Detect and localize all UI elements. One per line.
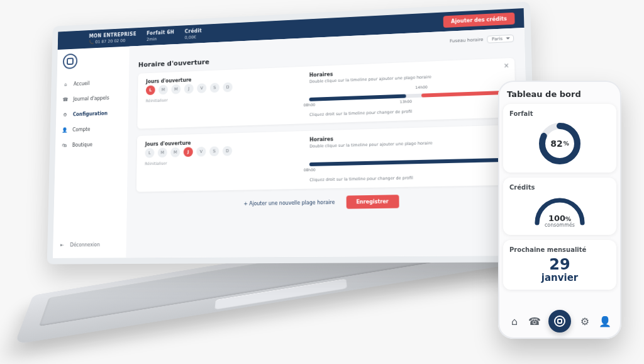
content-area: Fuseau horaire Paris Horaire d'ouverture… [126,28,530,258]
schedule-card: Jours d'ouvertureLMMJVSDRéinitialiserHor… [136,125,518,192]
day-toggle-0[interactable]: L [145,148,154,158]
topbar-credit: Crédit 0,00€ [185,28,202,40]
topbar-plan: Forfait 6H 2min [147,30,174,42]
plan-used: 2min [147,36,174,42]
credits-sub: consommés [531,222,589,228]
sidebar-item-label: Boutique [72,142,92,147]
credits-gauge-chart: 100% consommés [531,195,589,229]
home-icon[interactable]: ⌂ [508,315,521,327]
day-toggle-2[interactable]: M [170,147,180,157]
time-segment[interactable] [309,158,508,166]
tick-label: 13h00 [400,99,412,104]
timeline[interactable]: 08h0019h00 [309,149,508,169]
sidebar: ⌂Accueil☎Journal d'appels⚙Configuration👤… [53,47,130,258]
time-segment[interactable] [421,91,506,98]
forfait-ring-chart: 82% [537,121,582,166]
phone-icon[interactable]: ☎ [528,315,541,327]
nav-icon: ⌂ [62,81,69,88]
topbar-company: MON ENTREPRISE 📞 01 87 20 02 00 [89,31,136,45]
logout-label: Déconnexion [70,242,100,247]
app-root: MON ENTREPRISE 📞 01 87 20 02 00 Forfait … [53,8,530,258]
tick-label: 08h00 [304,102,316,106]
phone-card-forfait: Forfait 82% [503,104,616,173]
credit-value: 0,00€ [185,35,202,40]
logout-icon: ⇤ [58,241,65,249]
nav-icon: ⚙ [62,111,69,118]
fab-logo-icon [554,316,565,327]
next-day: 29 [509,257,610,272]
day-toggle-4[interactable]: V [196,147,206,157]
sidebar-item-journal-d-appels[interactable]: ☎Journal d'appels [57,90,129,107]
credits-title: Crédits [509,184,610,191]
phone-fab-button[interactable] [548,310,571,333]
day-toggle-6[interactable]: D [223,82,232,93]
time-segment[interactable] [309,94,406,101]
phone-page-title: Tableau de bord [507,89,614,99]
credit-label: Crédit [185,28,202,35]
next-title: Prochaine mensualité [509,246,610,253]
nav-icon: 🛍 [61,142,68,149]
sidebar-item-accueil[interactable]: ⌂Accueil [57,74,129,91]
sidebar-item-label: Accueil [74,81,90,86]
day-toggle-6[interactable]: D [223,146,232,156]
phone-bottom-nav: ⌂ ☎ ⚙ 👤 [503,306,616,334]
timezone-select[interactable]: Paris [487,35,514,43]
credits-value: 100% [531,213,589,223]
forfait-title: Forfait [509,110,610,117]
timeline-hint: Cliquez droit sur la timeline pour chang… [309,173,508,182]
sidebar-item-configuration[interactable]: ⚙Configuration [56,105,128,122]
plan-label: Forfait 6H [147,30,174,37]
app-logo-icon [63,54,78,69]
timeline[interactable]: 14h0008h0013h0019h00 [309,82,506,104]
day-toggle-1[interactable]: M [158,148,167,158]
company-phone: 📞 01 87 20 02 00 [89,38,136,45]
nav-icon: 👤 [61,126,68,134]
close-icon[interactable]: × [504,62,509,69]
user-icon[interactable]: 👤 [599,315,611,327]
day-toggle-5[interactable]: S [209,146,219,156]
laptop-screen: MON ENTREPRISE 📞 01 87 20 02 00 Forfait … [47,2,537,264]
nav-icon: ☎ [62,96,69,103]
sidebar-item-label: Journal d'appels [73,95,109,102]
gear-icon[interactable]: ⚙ [579,315,591,327]
sidebar-item-boutique[interactable]: 🛍Boutique [55,136,128,152]
day-toggle-5[interactable]: S [210,82,219,93]
timezone-value: Paris [492,37,503,42]
timeline-hint: Cliquez droit sur la timeline pour chang… [309,106,506,117]
day-toggle-3[interactable]: J [184,84,194,94]
forfait-value: 82% [537,121,582,166]
sidebar-nav: ⌂Accueil☎Journal d'appels⚙Configuration👤… [55,72,129,155]
day-toggle-0[interactable]: L [146,85,155,95]
tick-label: 14h00 [415,84,428,89]
sidebar-item-compte[interactable]: 👤Compte [55,121,128,137]
day-toggle-2[interactable]: M [171,84,180,94]
tick-label: 08h00 [304,168,316,172]
save-button[interactable]: Enregistrer [346,195,399,208]
add-credits-button[interactable]: Ajouter des crédits [443,13,515,28]
phone-card-credits: Crédits 100% consommés [503,178,616,235]
laptop-mockup: MON ENTREPRISE 📞 01 87 20 02 00 Forfait … [23,9,538,349]
day-toggle-1[interactable]: M [158,85,168,95]
timezone-label: Fuseau horaire [450,37,484,43]
sidebar-item-label: Compte [72,127,90,132]
logout-button[interactable]: ⇤ Déconnexion [53,236,126,253]
sidebar-item-label: Configuration [73,110,108,117]
reset-link[interactable]: Réinitialiser [145,158,298,167]
reset-link[interactable]: Réinitialiser [146,93,299,103]
day-toggle-3[interactable]: J [184,147,193,157]
schedule-card: ×Jours d'ouvertureLMMJVSDRéinitialiserHo… [137,58,516,129]
add-range-link[interactable]: + Ajouter une nouvelle plage horaire [243,200,335,207]
next-month: janvier [509,272,610,283]
company-phone-number: 01 87 20 02 00 [95,38,125,45]
phone-mockup: Tableau de bord Forfait 82% Crédits [498,81,621,339]
day-toggle-4[interactable]: V [197,83,206,93]
phone-card-next: Prochaine mensualité 29 janvier [503,240,616,290]
